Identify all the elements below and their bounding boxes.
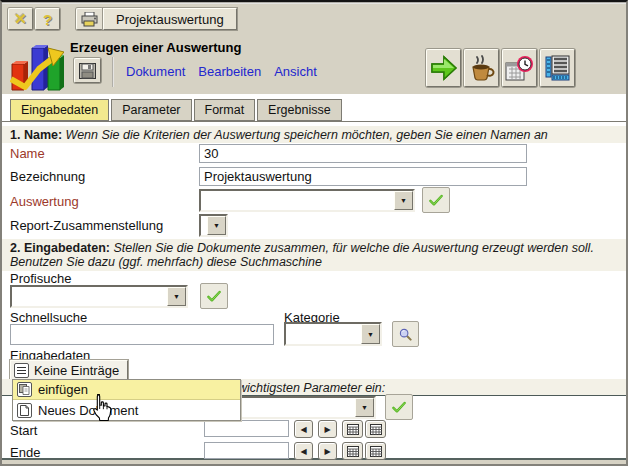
menu-item-label: Neues Dokument — [38, 403, 138, 418]
context-menu: einfügen Neues Dokument — [12, 379, 241, 421]
calendar-icon — [347, 446, 359, 457]
auswertung-label: Auswertung — [10, 194, 79, 209]
section1-hint-band: 1. Name: Wenn Sie die Kriterien der Ausw… — [2, 126, 626, 143]
help-icon — [43, 11, 52, 28]
report-list-icon — [544, 55, 572, 82]
start-label: Start — [10, 423, 37, 438]
app-window: ✕ Projektauswertung Erzeugen einer Auswe… — [0, 0, 628, 466]
paste-icon — [17, 382, 32, 397]
ende-calendar-button[interactable] — [342, 442, 363, 460]
menu-bar: Dokument Bearbeiten Ansicht — [126, 64, 317, 79]
start-next-button[interactable] — [318, 420, 337, 438]
section2-hint-line1: Stellen Sie die Dokumente zusammen, für … — [114, 241, 594, 255]
section2-heading: 2. Eingabedaten: — [10, 241, 110, 255]
kategorie-dropdown[interactable] — [284, 322, 382, 346]
chevron-down-icon[interactable] — [207, 216, 226, 235]
start-input[interactable] — [204, 420, 289, 437]
name-input[interactable] — [199, 144, 527, 163]
ende-next-button[interactable] — [318, 442, 337, 460]
chevron-down-icon[interactable] — [167, 287, 186, 306]
section2-hint-band: 2. Eingabedaten: Stellen Sie die Dokumen… — [2, 239, 626, 271]
header-separator — [112, 57, 114, 87]
toolbar-title-label: Projektauswertung — [116, 12, 224, 27]
start-prev-button[interactable] — [294, 420, 313, 438]
print-button[interactable] — [76, 8, 103, 30]
section1-hint: Wenn Sie die Kriterien der Auswertung sp… — [66, 128, 548, 142]
close-button[interactable]: ✕ — [8, 8, 33, 30]
profisuche-confirm-button[interactable] — [200, 283, 228, 309]
section3-hint-fragment: wichtigsten Parameter ein: — [238, 381, 385, 395]
ende-label: Ende — [10, 445, 40, 460]
tab-ergebnisse[interactable]: Ergebnisse — [257, 99, 342, 121]
auswertung-dropdown[interactable] — [199, 189, 415, 212]
calendar-icon — [370, 424, 382, 435]
menu-ansicht[interactable]: Ansicht — [274, 64, 317, 79]
run-button[interactable] — [426, 49, 461, 87]
close-icon: ✕ — [14, 10, 27, 28]
magnifier-icon — [399, 325, 412, 344]
ende-calendar2-button[interactable] — [365, 442, 386, 460]
chart-logo-icon — [10, 42, 64, 92]
bezeichnung-label: Bezeichnung — [10, 169, 85, 184]
chevron-down-icon[interactable] — [355, 398, 374, 417]
help-button[interactable] — [35, 8, 60, 30]
profisuche-dropdown[interactable] — [10, 285, 188, 308]
toolbar-separator — [2, 2, 626, 4]
menu-item-neues-dokument[interactable]: Neues Dokument — [13, 400, 240, 420]
coffee-break-button[interactable] — [464, 49, 499, 87]
printer-icon — [81, 12, 99, 27]
menu-bearbeiten[interactable]: Bearbeiten — [198, 64, 261, 79]
ende-input[interactable] — [204, 442, 289, 459]
tab-format[interactable]: Format — [194, 99, 256, 121]
start-calendar2-button[interactable] — [365, 420, 386, 438]
report-label: Report-Zusammenstellung — [10, 218, 163, 233]
calendar-icon — [347, 424, 359, 435]
schnellsuche-input[interactable] — [10, 324, 274, 345]
green-arrow-icon — [430, 55, 457, 81]
name-label: Name — [10, 146, 45, 161]
schedule-button[interactable] — [502, 49, 537, 87]
auswertung-confirm-button[interactable] — [422, 187, 450, 213]
new-document-icon — [17, 403, 32, 418]
toolbar-window-title: Projektauswertung — [103, 8, 237, 30]
green-check-icon — [429, 192, 443, 209]
tab-eingabedaten[interactable]: Eingabedaten — [10, 99, 109, 121]
kategorie-dropdown-value — [286, 324, 361, 344]
green-check-icon — [207, 288, 221, 305]
tab-bar: Eingabedaten Parameter Format Ergebnisse — [10, 99, 344, 121]
parameter-confirm-button[interactable] — [385, 394, 413, 420]
auswertung-dropdown-value — [201, 191, 394, 210]
profisuche-label: Profisuche — [10, 271, 71, 286]
section2-hint-line2: Benutzen Sie dazu (ggf. mehrfach) diese … — [10, 255, 322, 269]
report-button[interactable] — [540, 49, 575, 87]
bezeichnung-input[interactable] — [199, 167, 527, 186]
floppy-disk-icon — [79, 63, 96, 79]
page-title: Erzeugen einer Auswertung — [70, 40, 241, 55]
calendar-clock-icon — [505, 55, 534, 82]
menu-dokument[interactable]: Dokument — [126, 64, 185, 79]
start-calendar-button[interactable] — [342, 420, 363, 438]
calendar-icon — [370, 446, 382, 457]
menu-item-einfuegen[interactable]: einfügen — [13, 380, 240, 400]
eingabedaten-empty-label: Keine Einträge — [34, 363, 119, 378]
search-button[interactable] — [392, 321, 419, 347]
profisuche-dropdown-value — [12, 287, 167, 306]
eingabedaten-empty-button[interactable]: Keine Einträge — [10, 360, 128, 380]
coffee-cup-icon — [468, 55, 496, 82]
chevron-down-icon[interactable] — [361, 324, 380, 344]
ende-prev-button[interactable] — [294, 442, 313, 460]
menu-item-label: einfügen — [38, 382, 88, 397]
list-icon — [14, 363, 29, 378]
chevron-down-icon[interactable] — [394, 191, 413, 210]
report-dropdown[interactable] — [199, 214, 228, 237]
tab-bottom-line — [2, 121, 626, 122]
save-button[interactable] — [74, 58, 101, 83]
green-check-icon — [392, 399, 406, 416]
tab-parameter[interactable]: Parameter — [111, 99, 191, 121]
schnellsuche-label: Schnellsuche — [10, 310, 87, 325]
section1-heading: 1. Name: — [10, 128, 62, 142]
